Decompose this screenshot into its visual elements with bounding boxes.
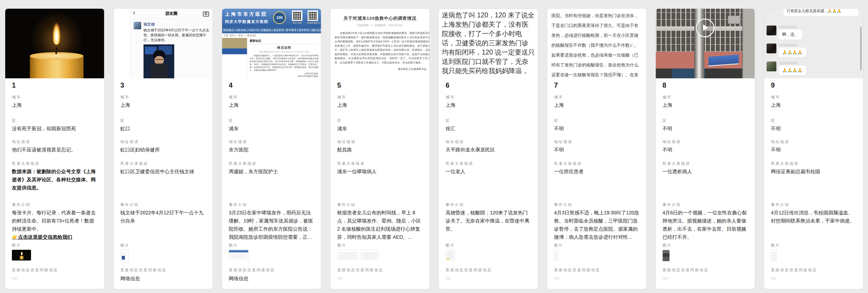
field-label-district: 区 — [12, 118, 97, 123]
field-label-direct: 直接信息还是间接信息 — [771, 267, 857, 273]
field-label-deceased: 死者大体描述 — [771, 161, 857, 166]
field-event: 根据患者女儿公布的时间线，早上 8 点，其父哮喘发作、晕倒。随后，小区 2 名做… — [337, 209, 423, 241]
field-label-deceased: 死者大体描述 — [229, 161, 314, 166]
attachment-thumbnail[interactable] — [445, 250, 455, 261]
moments-title: 朋友圈 — [130, 11, 213, 16]
field-deceased: 周盛妮，东方医院护士 — [229, 168, 314, 176]
field-city: 上海 — [445, 101, 531, 109]
field-label-image: 图片 — [662, 243, 748, 248]
field-label-address: 地址描述 — [12, 139, 97, 144]
field-label-direct: 直接信息还是间接信息 — [120, 267, 206, 273]
field-label-image: 图片 — [445, 243, 531, 248]
field-label-event: 事件介绍 — [229, 202, 314, 207]
field-label-direct: 直接信息还是间接信息 — [662, 267, 748, 273]
field-label-district: 区 — [662, 118, 748, 123]
field-label-image: 图片 — [337, 243, 423, 248]
field-label-event: 事件介绍 — [445, 202, 531, 207]
field-label-event: 事件介绍 — [12, 202, 97, 207]
gallery-card[interactable]: 1城市区地址描述死者大体描述事件介绍上海没有死于新冠，却因新冠而死他们不应该被漠… — [5, 8, 104, 289]
weibo-watermark: 微博 — [610, 71, 618, 76]
card-number: 3 — [120, 81, 124, 89]
gallery-card[interactable]: 迷病危了叫 120，120 来了说全上海发热门诊都关了，没有医院接收，打了一个多… — [439, 8, 538, 289]
chat-message-row: 啊，这。 — [767, 26, 802, 39]
card-number: 5 — [337, 81, 341, 89]
card-number: 9 — [771, 81, 775, 89]
field-city: 上海 — [12, 101, 97, 109]
field-address: 不明 — [662, 146, 748, 154]
field-label-deceased: 死者大体描述 — [662, 161, 748, 166]
card-number: 7 — [554, 81, 558, 89]
field-label-image: 图片 — [771, 243, 857, 248]
field-label-address: 地址描述 — [229, 139, 314, 144]
site-main: 最新动态情况说明作者:系统管理员 发表于:2022/3/25 2:41:41 有… — [247, 38, 321, 78]
field-label-direct: 直接信息还是间接信息 — [337, 267, 423, 273]
attachment-thumbnail[interactable] — [229, 250, 248, 259]
qr-label: 微信二维码 — [291, 22, 303, 24]
site-sidebar — [222, 38, 247, 78]
attachment-thumbnail[interactable] — [12, 250, 31, 261]
field-label-direct: 直接信息还是间接信息 — [554, 267, 640, 273]
field-district: 浦东 — [229, 125, 314, 133]
hospital-website-screenshot: 上海市东方医院同济大学附属东方医院100微信二维码患者移动服务平台医院概况 | … — [222, 9, 321, 78]
site-content: 最新动态情况说明作者:系统管理员 发表于:2022/3/25 2:41:41 有… — [222, 38, 321, 78]
attachment-thumbnail[interactable] — [771, 250, 777, 261]
field-deceased: 数据来源：被删除的公众号文章《上海逝者》及其评论区、各种社交媒体、网友提供信息。 — [12, 168, 97, 192]
field-label-deceased: 死者大体描述 — [554, 161, 640, 166]
field-address: 天平路街道永康居民区 — [445, 146, 531, 154]
field-label-district: 区 — [445, 118, 531, 123]
gallery-card[interactable]: 医院。当时有些低烧，但是发热门诊在消杀，于是在门口的黑夜里等待了很久。可是由于有… — [547, 8, 647, 289]
gallery-card[interactable]: 只有其女儿眼见其病逝...🙏🙏🙏啊，这。🙏🙏🙏🙏🙏🙏🙏🙏9城市区地址描述死者大体… — [764, 8, 863, 289]
chat-screenshot: 只有其女儿眼见其病逝...🙏🙏🙏啊，这。🙏🙏🙏🙏🙏🙏🙏🙏 — [764, 9, 863, 78]
weibo-watermark: 微博 — [625, 43, 634, 49]
gallery-card[interactable]: 8城市区地址描述死者大体描述事件介绍上海不明不明一位透析病人4月6日的一个视频，… — [655, 8, 755, 289]
field-deceased: 网信证券副总裁韦桂国 — [771, 168, 857, 176]
attachment-thumbnail[interactable] — [337, 250, 381, 259]
empty-value-pill — [662, 277, 668, 280]
empty-value-pill — [12, 277, 18, 280]
field-label-image: 图片 — [554, 243, 640, 248]
field-label-city: 城市 — [120, 94, 206, 100]
card-number: 6 — [445, 81, 450, 89]
post-photo — [144, 45, 174, 78]
gallery-card[interactable]: 上海市东方医院同济大学附属东方医院100微信二维码患者移动服务平台医院概况 | … — [222, 8, 321, 289]
field-address: 虹口区妇幼保健所 — [120, 146, 206, 154]
document-body: 在航昌路376弄小区120急救医生未向求救患者施救的情况，我委立即连夜启动调查，… — [335, 31, 429, 65]
field-label-city: 城市 — [771, 94, 857, 100]
field-address: 东方医院 — [229, 146, 314, 154]
field-label-city: 城市 — [229, 94, 314, 100]
attachment-thumbnail[interactable] — [554, 250, 558, 261]
field-district: 浦东 — [337, 125, 423, 133]
field-label-district: 区 — [229, 118, 314, 123]
post-content: 钱文雄钱文雄于2022年4月12日下午一点十九分去世。疫情期间一切从简。家属目前… — [144, 22, 210, 78]
play-icon[interactable] — [696, 19, 714, 37]
field-direct: 网络信息 — [229, 275, 314, 283]
document-signature: 浦东新区卫生健康委员会 — [397, 67, 427, 71]
chat-bubble: 🙏🙏🙏🙏 — [779, 65, 806, 75]
field-district: 虹口 — [120, 125, 206, 133]
field-label-event: 事件介绍 — [662, 202, 748, 207]
field-district: 徐汇 — [445, 125, 531, 133]
gallery-card[interactable]: 关于对浦东120急救中心的调查情况【信息来源：】【信息时间：2022-03-31… — [330, 8, 430, 289]
video-frame — [656, 9, 755, 78]
qr-codes: 微信二维码患者移动服务平台 — [290, 10, 320, 24]
avatar — [767, 26, 776, 35]
gallery-card[interactable]: ‹朋友圈钱文雄钱文雄于2022年4月12日下午一点十九分去世。疫情期间一切从简。… — [113, 8, 213, 289]
field-event: 4月12日传出消息，韦桂国因脑溢血、封控期间联系救治未果，于家中病逝。 — [771, 209, 857, 225]
field-deceased: 一位透析病人 — [662, 168, 748, 176]
camera-icon[interactable] — [203, 11, 209, 17]
field-label-deceased: 死者大体描述 — [337, 161, 423, 166]
site-navbar[interactable]: 医院概况 | 名医名家 | 科室介绍 | 党建园地 | 医政管理 | 医学教育 … — [222, 27, 321, 33]
anniversary-badge: 100 — [273, 11, 286, 24]
chat-bubble: 只有其女儿眼见其病逝...🙏🙏🙏 — [784, 9, 859, 16]
avatar — [134, 22, 141, 29]
attachment-thumbnail[interactable] — [120, 250, 129, 262]
attachment-thumbnail[interactable] — [662, 250, 670, 261]
field-address: 不明 — [554, 146, 640, 154]
submit-info-link[interactable]: 👉点击这里提交信息给我们 — [12, 233, 97, 241]
sidebar-active-item[interactable] — [222, 49, 247, 54]
section-title: 最新动态 — [250, 39, 319, 44]
post-text: 钱文雄于2022年4月12日下午一点十九分去世。疫情期间一切从简。家属目前悲痛不… — [144, 28, 210, 42]
qr-block: 微信二维码 — [290, 10, 304, 24]
field-label-deceased: 死者大体描述 — [120, 161, 206, 166]
field-district: 不明 — [662, 125, 748, 133]
